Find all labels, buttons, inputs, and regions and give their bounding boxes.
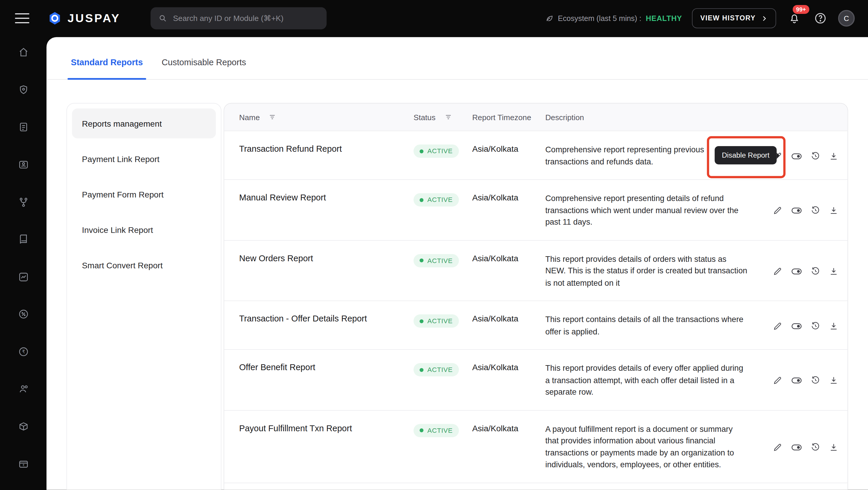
- brand-logo: JUSPAY: [48, 11, 120, 26]
- table-row: Transaction Refund Report ACTIVE Asia/Ko…: [224, 131, 847, 180]
- home-icon[interactable]: [11, 41, 36, 64]
- report-history-button[interactable]: [810, 266, 820, 276]
- report-timezone: Asia/Kolkata: [472, 314, 545, 323]
- chevron-right-icon: [761, 15, 768, 22]
- report-history-button[interactable]: [810, 375, 820, 386]
- table-row: New Orders Report ACTIVE Asia/Kolkata Th…: [224, 241, 847, 301]
- download-report-button[interactable]: [829, 442, 838, 452]
- view-history-button[interactable]: VIEW HISTORY: [692, 8, 776, 28]
- table-header: Name Status Report Timezone Description: [224, 103, 847, 131]
- report-name: Payout Fulfillment Txn Report: [224, 423, 413, 433]
- nav-item-smart-convert-report[interactable]: Smart Convert Report: [72, 250, 216, 280]
- toggle-report-button[interactable]: [790, 441, 802, 453]
- table-row: Transaction - Offer Details Report ACTIV…: [224, 301, 847, 350]
- column-header-name: Name: [224, 113, 413, 122]
- toggle-report-button[interactable]: [790, 266, 802, 277]
- report-description: This report provides details of every of…: [545, 363, 764, 398]
- help-button[interactable]: [813, 11, 829, 26]
- edit-report-button[interactable]: [773, 206, 783, 215]
- report-tabs: Standard Reports Customisable Reports: [46, 37, 868, 80]
- app: JUSPAY Search any ID or Module (⌘+K) Eco…: [0, 0, 868, 490]
- column-header-timezone: Report Timezone: [472, 113, 545, 122]
- report-history-button[interactable]: [810, 321, 820, 331]
- download-report-button[interactable]: [829, 206, 838, 215]
- edit-report-button[interactable]: [773, 375, 783, 386]
- report-category-nav: Reports management Payment Link Report P…: [66, 103, 221, 490]
- nav-item-payment-link-report[interactable]: Payment Link Report: [72, 144, 216, 174]
- toggle-report-button[interactable]: [790, 205, 802, 216]
- payments-icon[interactable]: ₹: [11, 453, 36, 476]
- status-dot-icon: [420, 198, 423, 202]
- nav-item-invoice-link-report[interactable]: Invoice Link Report: [72, 215, 216, 245]
- status-dot-icon: [420, 319, 423, 323]
- status-badge: ACTIVE: [414, 254, 459, 267]
- notifications-button[interactable]: 99+: [786, 10, 803, 27]
- row-actions: [764, 375, 848, 386]
- report-timezone: Asia/Kolkata: [472, 144, 545, 153]
- status-dot-icon: [420, 368, 423, 372]
- ecosystem-leaf-icon: [545, 14, 553, 23]
- download-report-button[interactable]: [829, 266, 838, 276]
- row-actions: [764, 441, 848, 453]
- brand-name: JUSPAY: [68, 11, 120, 25]
- row-actions: [764, 266, 848, 277]
- status-cell: ACTIVE: [414, 363, 472, 376]
- report-history-button[interactable]: [810, 151, 820, 161]
- reports-icon[interactable]: [11, 116, 36, 139]
- tab-standard-reports[interactable]: Standard Reports: [71, 58, 143, 79]
- report-name: Transaction Refund Report: [224, 144, 413, 154]
- column-header-description: Description: [545, 113, 764, 122]
- team-icon[interactable]: [11, 377, 36, 401]
- report-history-button[interactable]: [810, 206, 820, 215]
- menu-toggle-icon[interactable]: [15, 11, 30, 25]
- name-filter-icon[interactable]: [269, 113, 277, 121]
- download-report-button[interactable]: [829, 151, 838, 161]
- report-history-button[interactable]: [810, 442, 820, 452]
- analytics-icon[interactable]: [11, 265, 36, 288]
- search-icon: [158, 14, 167, 23]
- status-dot-icon: [420, 258, 423, 263]
- table-row: Offer Benefit Report ACTIVE Asia/Kolkata…: [224, 350, 847, 410]
- nav-item-payment-form-report[interactable]: Payment Form Report: [72, 180, 216, 209]
- content: Reports management Payment Link Report P…: [66, 103, 848, 490]
- refunds-icon[interactable]: ₹: [11, 340, 36, 363]
- ledger-icon[interactable]: [11, 228, 36, 251]
- customers-icon[interactable]: [11, 153, 36, 176]
- tab-customisable-reports[interactable]: Customisable Reports: [162, 58, 246, 79]
- status-cell: ACTIVE: [414, 253, 472, 267]
- table-row: Manual Review Report ACTIVE Asia/Kolkata…: [224, 180, 847, 240]
- status-badge: ACTIVE: [414, 363, 459, 376]
- status-badge: ACTIVE: [414, 144, 459, 158]
- edit-report-button[interactable]: [773, 442, 783, 452]
- notifications-count-badge: 99+: [793, 5, 809, 14]
- offers-icon[interactable]: [11, 303, 36, 326]
- topbar-right: Ecosystem (last 5 mins) : HEALTHY VIEW H…: [545, 8, 855, 28]
- status-dot-icon: [420, 149, 423, 153]
- status-badge: ACTIVE: [414, 314, 459, 328]
- orders-icon[interactable]: [11, 415, 36, 438]
- table-row: Payout Fulfillment Txn Report ACTIVE Asi…: [224, 410, 847, 483]
- report-description: This report contains details of all the …: [545, 314, 764, 338]
- report-name: Offer Benefit Report: [224, 363, 413, 372]
- juspay-logo-icon: [48, 11, 62, 26]
- status-cell: ACTIVE: [414, 144, 472, 158]
- toggle-report-button[interactable]: [790, 320, 802, 332]
- toggle-report-button[interactable]: [790, 375, 802, 386]
- toggle-report-button[interactable]: [790, 150, 802, 161]
- disable-report-tooltip: Disable Report: [715, 146, 777, 164]
- security-icon[interactable]: [11, 78, 36, 101]
- download-report-button[interactable]: [829, 321, 838, 331]
- report-name: Transaction - Offer Details Report: [224, 314, 413, 324]
- routing-icon[interactable]: [11, 191, 36, 214]
- status-filter-icon[interactable]: [444, 113, 453, 121]
- avatar[interactable]: C: [838, 10, 855, 27]
- nav-item-reports-management[interactable]: Reports management: [72, 109, 216, 139]
- edit-report-button[interactable]: [773, 266, 783, 276]
- download-report-button[interactable]: [829, 375, 838, 386]
- ecosystem-label: Ecosystem (last 5 mins) :: [558, 14, 642, 23]
- edit-report-button[interactable]: [773, 321, 783, 331]
- search-input[interactable]: Search any ID or Module (⌘+K): [150, 7, 326, 29]
- report-name: Manual Review Report: [224, 193, 413, 203]
- row-actions: [764, 205, 848, 216]
- report-timezone: Asia/Kolkata: [472, 253, 545, 263]
